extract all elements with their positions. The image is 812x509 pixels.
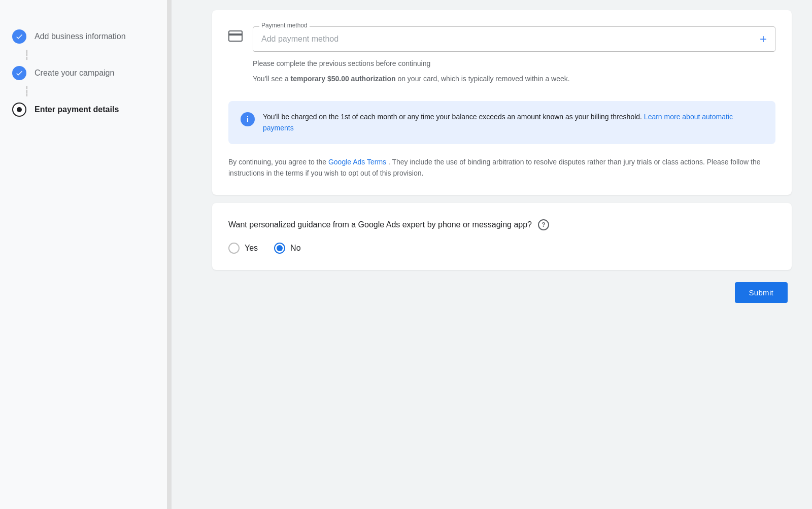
payment-placeholder: Add payment method bbox=[261, 35, 339, 44]
radio-inner-no bbox=[277, 245, 283, 251]
step-label-create-campaign: Create your campaign bbox=[35, 69, 114, 78]
radio-group: Yes No bbox=[228, 243, 775, 254]
guidance-question-text: Want personalized guidance from a Google… bbox=[228, 220, 532, 229]
auth-note-prefix: You'll see a bbox=[253, 75, 289, 83]
info-main-text: You'll be charged on the 1st of each mon… bbox=[263, 113, 642, 121]
plus-icon: + bbox=[760, 33, 767, 45]
check-icon bbox=[15, 32, 23, 41]
auth-note-suffix-text: on your card, which is typically removed… bbox=[397, 75, 569, 83]
auth-note-bold: temporary $50.00 authorization bbox=[291, 75, 396, 83]
payment-method-field[interactable]: Payment method Add payment method + bbox=[253, 26, 775, 52]
auth-note: You'll see a temporary $50.00 authorizat… bbox=[253, 73, 775, 84]
info-icon: i bbox=[241, 112, 255, 126]
svg-rect-0 bbox=[229, 31, 242, 41]
sidebar-item-create-campaign[interactable]: Create your campaign bbox=[0, 57, 167, 89]
credit-card-icon bbox=[228, 30, 243, 44]
payment-field-label: Payment method bbox=[259, 22, 310, 29]
payment-notes: Please complete the previous sections be… bbox=[253, 58, 775, 85]
check-icon-2 bbox=[15, 69, 23, 77]
sidebar-item-enter-payment[interactable]: Enter payment details bbox=[0, 93, 167, 126]
radio-option-yes[interactable]: Yes bbox=[228, 243, 258, 254]
submit-button[interactable]: Submit bbox=[735, 282, 788, 303]
payment-card: Payment method Add payment method + Plea… bbox=[212, 10, 792, 195]
info-text: You'll be charged on the 1st of each mon… bbox=[263, 111, 763, 134]
terms-prefix: By continuing, you agree to the bbox=[228, 158, 326, 166]
sidebar: Add business information Create your cam… bbox=[0, 0, 167, 509]
radio-label-yes: Yes bbox=[245, 244, 258, 253]
incomplete-note: Please complete the previous sections be… bbox=[253, 58, 775, 69]
step-label-add-business: Add business information bbox=[35, 32, 126, 41]
guidance-card: Want personalized guidance from a Google… bbox=[212, 203, 792, 270]
info-box: i You'll be charged on the 1st of each m… bbox=[228, 101, 775, 144]
step-icon-enter-payment bbox=[12, 103, 26, 117]
svg-rect-1 bbox=[229, 33, 242, 36]
question-mark-icon[interactable]: ? bbox=[538, 219, 549, 230]
step-icon-add-business bbox=[12, 29, 26, 44]
guidance-question-row: Want personalized guidance from a Google… bbox=[228, 219, 775, 230]
terms-text: By continuing, you agree to the Google A… bbox=[228, 156, 775, 179]
payment-section: Payment method Add payment method + Plea… bbox=[228, 26, 775, 89]
step-label-enter-payment: Enter payment details bbox=[35, 105, 119, 114]
radio-label-no: No bbox=[290, 244, 300, 253]
sidebar-item-add-business[interactable]: Add business information bbox=[0, 20, 167, 53]
submit-area: Submit bbox=[212, 282, 792, 303]
main-content: Payment method Add payment method + Plea… bbox=[172, 0, 812, 509]
radio-circle-yes bbox=[228, 243, 240, 254]
radio-circle-no bbox=[274, 243, 285, 254]
radio-option-no[interactable]: No bbox=[274, 243, 300, 254]
step-icon-create-campaign bbox=[12, 66, 26, 80]
payment-field-container: Payment method Add payment method + Plea… bbox=[253, 26, 775, 89]
google-ads-terms-link[interactable]: Google Ads Terms bbox=[328, 158, 386, 166]
